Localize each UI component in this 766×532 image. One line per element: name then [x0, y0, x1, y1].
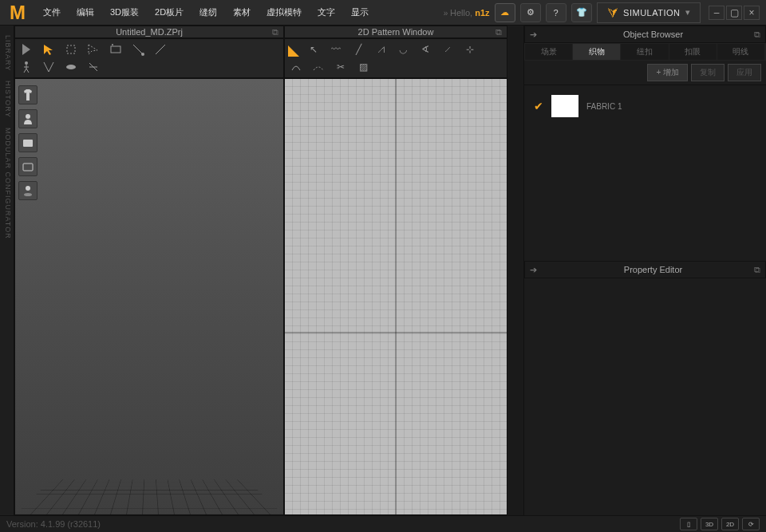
minimize-button[interactable]: –	[709, 6, 725, 20]
svg-point-2	[112, 44, 113, 45]
garment-button[interactable]: 👕	[571, 3, 592, 22]
object-browser-buttons: + 增加 复制 应用	[524, 61, 766, 85]
tool-notch[interactable]: ⟋	[440, 41, 456, 57]
menu-file[interactable]: 文件	[35, 2, 69, 23]
copy-button[interactable]: 复制	[691, 64, 725, 81]
check-icon: ✔	[534, 100, 543, 112]
cloud-button[interactable]: ☁	[495, 3, 515, 22]
viewport-2d[interactable]	[284, 78, 507, 515]
tool-edit-pattern[interactable]	[288, 45, 299, 57]
svg-point-4	[25, 61, 28, 65]
object-browser-tabs: 场景 织物 纽扣 扣眼 明线	[524, 43, 766, 61]
settings-button[interactable]: ⚙	[520, 3, 541, 22]
collapse-arrow-icon[interactable]: ➔	[525, 265, 541, 275]
svg-rect-0	[67, 45, 75, 53]
svg-point-5	[66, 65, 76, 69]
tool-internal[interactable]: ⊹	[462, 41, 478, 57]
object-browser-header: ➔ Object Browser ⧉	[524, 26, 766, 43]
version-label: Version: 4.1.99 (r32611)	[6, 519, 101, 529]
menu-avatar[interactable]: 虚拟模特	[259, 2, 310, 23]
tool-line[interactable]: ╱	[350, 41, 366, 57]
tool-point-add[interactable]: ↖	[306, 41, 322, 57]
title-bar: M 文件 编辑 3D服装 2D板片 缝纫 素材 虚拟模特 文字 显示 » Hel…	[0, 0, 766, 26]
help-button[interactable]: ?	[546, 3, 567, 22]
tool-arc[interactable]: ◡	[395, 41, 411, 57]
popout-icon[interactable]: ⧉	[754, 265, 760, 275]
menu-edit[interactable]: 编辑	[69, 2, 102, 23]
property-editor-title: Property Editor	[541, 265, 765, 274]
tool-segment-sew[interactable]	[288, 59, 304, 75]
panel-2d-title: 2D Pattern Window	[358, 27, 434, 37]
tool-box-select[interactable]	[63, 41, 79, 57]
menu-2d-pattern[interactable]: 2D板片	[147, 2, 192, 23]
display-garment-icon[interactable]	[18, 85, 38, 104]
floor-grid	[15, 479, 283, 514]
ob-tab-scene[interactable]: 场景	[525, 44, 573, 60]
display-pattern-icon[interactable]	[18, 157, 38, 176]
tool-arrange-point[interactable]	[41, 59, 57, 75]
object-browser-list: ✔ FABRIC 1	[524, 85, 766, 261]
side-tab-history[interactable]: HISTORY	[0, 76, 14, 123]
menu-display[interactable]: 显示	[343, 2, 377, 23]
add-button[interactable]: + 增加	[647, 64, 688, 81]
ob-tab-buttonhole[interactable]: 扣眼	[669, 44, 717, 60]
tool-edit-sew[interactable]: ✂	[333, 59, 349, 75]
status-bar: Version: 4.1.99 (r32611) ▯ 3D 2D ⟳	[0, 515, 766, 532]
svg-point-9	[26, 186, 30, 191]
view-mode-3d[interactable]: 3D	[701, 518, 718, 530]
view-mode-2d[interactable]: 2D	[721, 518, 739, 530]
property-editor-header: ➔ Property Editor ⧉	[524, 261, 766, 278]
tool-seam-allow[interactable]: ▨	[355, 59, 371, 75]
display-arrangement-icon[interactable]	[18, 133, 38, 152]
ob-tab-fabric[interactable]: 织物	[573, 44, 621, 60]
collapse-arrow-icon[interactable]: ➔	[525, 30, 541, 40]
view-mode-split[interactable]: ▯	[680, 518, 697, 530]
display-shadow-icon[interactable]	[18, 181, 38, 200]
maximize-button[interactable]: ▢	[726, 6, 742, 20]
tool-simulate[interactable]	[18, 41, 34, 57]
refresh-button[interactable]: ⟳	[742, 518, 760, 530]
tool-polyline[interactable]: ⩘	[373, 41, 389, 57]
tool-free-sew-2d[interactable]	[310, 59, 326, 75]
ob-tab-topstitch[interactable]: 明线	[717, 44, 765, 60]
panel-3d-header: Untitled_MD.ZPrj ⧉	[14, 26, 284, 38]
close-button[interactable]: ×	[744, 6, 760, 20]
ob-tab-button[interactable]: 纽扣	[621, 44, 669, 60]
fabric-swatch[interactable]	[551, 95, 578, 117]
side-tab-library[interactable]: LIBRARY	[0, 30, 14, 76]
menu-3d-garment[interactable]: 3D服装	[102, 2, 147, 23]
svg-rect-7	[23, 140, 33, 147]
apply-button[interactable]: 应用	[728, 64, 761, 81]
popout-icon[interactable]: ⧉	[272, 27, 278, 37]
tool-free-sew[interactable]	[130, 41, 146, 57]
svg-point-3	[141, 53, 144, 56]
fabric-name: FABRIC 1	[586, 102, 622, 111]
popout-icon[interactable]: ⧉	[496, 27, 502, 37]
tool-tack[interactable]	[85, 59, 101, 75]
tool-avatar-walk[interactable]	[18, 59, 34, 75]
app-logo: M	[6, 2, 29, 24]
tool-segment[interactable]	[152, 41, 168, 57]
tool-lasso[interactable]	[85, 41, 101, 57]
toolbar-3d	[14, 38, 284, 78]
toolbar-2d: ↖ 〰 ╱ ⩘ ◡ ∢ ⟋ ⊹ ✂ ▨	[284, 38, 507, 78]
list-item[interactable]: ✔ FABRIC 1	[531, 92, 760, 120]
tool-pin[interactable]	[108, 41, 124, 57]
viewport-3d[interactable]	[14, 78, 284, 515]
simulation-chip[interactable]: ⮛ SIMULATION ▾	[597, 2, 701, 23]
side-tab-strip: LIBRARY HISTORY MODULAR CONFIGURATOR	[0, 26, 14, 515]
greeting: » Hello, n1z	[444, 8, 490, 18]
tool-select-move[interactable]	[41, 41, 57, 57]
property-editor-body	[524, 278, 766, 515]
menu-material[interactable]: 素材	[225, 2, 259, 23]
tool-dart[interactable]: ∢	[417, 41, 433, 57]
panel-3d-title: Untitled_MD.ZPrj	[116, 27, 183, 37]
tool-curve[interactable]: 〰	[328, 41, 344, 57]
menu-sewing[interactable]: 缝纫	[192, 2, 225, 23]
side-tab-modular[interactable]: MODULAR CONFIGURATOR	[0, 123, 14, 244]
popout-icon[interactable]: ⧉	[754, 30, 760, 40]
menu-text[interactable]: 文字	[310, 2, 343, 23]
tool-tape[interactable]	[63, 59, 79, 75]
svg-rect-8	[23, 164, 33, 171]
display-avatar-icon[interactable]	[18, 109, 38, 128]
